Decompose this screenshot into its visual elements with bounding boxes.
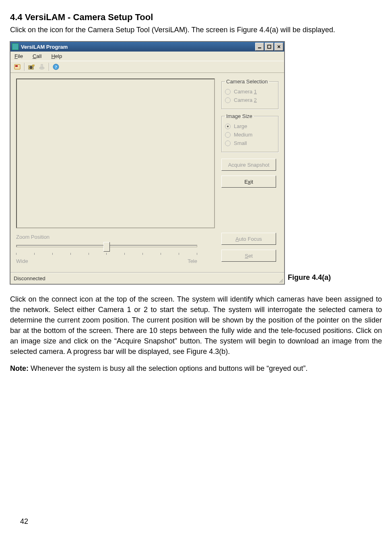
statusbar: Disconnected	[10, 272, 284, 284]
status-text: Disconnected	[14, 275, 45, 281]
preview-box	[16, 79, 215, 228]
radio-large[interactable]: Large	[225, 123, 275, 129]
menubar: File Call Help	[10, 52, 284, 61]
minimize-button[interactable]	[255, 43, 264, 51]
svg-point-7	[30, 66, 32, 69]
zoom-slider[interactable]	[16, 243, 197, 252]
set-button[interactable]: Set	[221, 250, 276, 262]
menu-call[interactable]: Call	[33, 53, 41, 59]
radio-label: Small	[234, 140, 247, 146]
spacer	[221, 190, 279, 230]
radio-label: Camera 1	[234, 89, 257, 95]
toolbar-separator	[24, 63, 25, 71]
radio-label: Camera 2	[234, 97, 257, 103]
zoom-tele-label: Tele	[188, 258, 197, 264]
acquire-snapshot-button[interactable]: Acquire Snapshot	[221, 159, 276, 171]
titlebar: VersiLAM Program	[10, 42, 284, 52]
toolbar-separator-2	[49, 63, 49, 71]
toolbar-camera-icon[interactable]	[27, 62, 36, 71]
menu-file[interactable]: File	[14, 53, 23, 59]
app-window: VersiLAM Program File Call Help	[10, 41, 285, 284]
app-icon	[12, 43, 19, 50]
figure-row: VersiLAM Program File Call Help	[10, 41, 382, 284]
zoom-section: Zoom Position Wide Tele	[16, 234, 215, 264]
radio-icon	[225, 141, 231, 146]
radio-icon	[225, 89, 231, 95]
toolbar-connect-icon[interactable]	[13, 62, 22, 71]
auto-focus-button[interactable]: Auto Focus	[221, 233, 276, 245]
body-paragraph: Click on the connect icon at the top of …	[10, 294, 382, 357]
zoom-wide-label: Wide	[16, 258, 28, 264]
radio-dot-icon	[227, 126, 229, 127]
svg-rect-10	[41, 64, 43, 68]
zoom-slider-ticks	[16, 253, 197, 255]
image-size-legend: Image Size	[225, 113, 254, 119]
figure-caption: Figure 4.4(a)	[288, 273, 331, 284]
left-column: Zoom Position Wide Tele	[16, 79, 215, 264]
image-size-group: Image Size Large Medium Small	[221, 113, 279, 152]
zoom-slider-thumb[interactable]	[103, 242, 110, 252]
right-column: Camera Selection Camera 1 Camera 2 Image…	[221, 79, 279, 264]
camera-selection-group: Camera Selection Camera 1 Camera 2	[221, 79, 279, 109]
svg-rect-8	[33, 65, 34, 66]
section-heading: 4.4 VersiLAM - Camera Setup Tool	[10, 12, 382, 23]
note-paragraph: Note: Whenever the system is busy all th…	[10, 364, 382, 373]
radio-icon	[225, 124, 231, 129]
radio-small[interactable]: Small	[225, 140, 275, 146]
radio-label: Medium	[234, 132, 252, 138]
svg-text:?: ?	[55, 64, 57, 69]
exit-button[interactable]: Exit	[221, 176, 276, 188]
zoom-label: Zoom Position	[16, 234, 215, 240]
radio-icon	[225, 132, 231, 138]
close-button[interactable]	[274, 43, 283, 51]
radio-camera-1[interactable]: Camera 1	[225, 89, 275, 95]
camera-selection-legend: Camera Selection	[225, 79, 269, 85]
radio-icon	[225, 97, 231, 103]
intro-paragraph: Click on the icon for the Camera Setup T…	[10, 26, 382, 34]
toolbar-help-icon[interactable]: ?	[52, 62, 60, 71]
window-title: VersiLAM Program	[21, 44, 254, 50]
page-number: 42	[20, 517, 28, 526]
maximize-button[interactable]	[265, 43, 274, 51]
radio-medium[interactable]: Medium	[225, 132, 275, 138]
menu-help[interactable]: Help	[51, 53, 62, 59]
toolbar-device-icon[interactable]	[37, 62, 46, 71]
resize-grip-icon[interactable]	[278, 277, 283, 283]
svg-rect-0	[258, 48, 261, 48]
note-text: Whenever the system is busy all the sele…	[29, 364, 307, 372]
client-area: Zoom Position Wide Tele Camer	[10, 73, 284, 272]
svg-rect-1	[268, 45, 271, 48]
radio-camera-2[interactable]: Camera 2	[225, 97, 275, 103]
note-label: Note:	[10, 364, 29, 372]
zoom-ends: Wide Tele	[16, 258, 197, 264]
radio-label: Large	[234, 123, 247, 129]
toolbar: ?	[10, 61, 284, 73]
svg-rect-5	[15, 65, 18, 67]
